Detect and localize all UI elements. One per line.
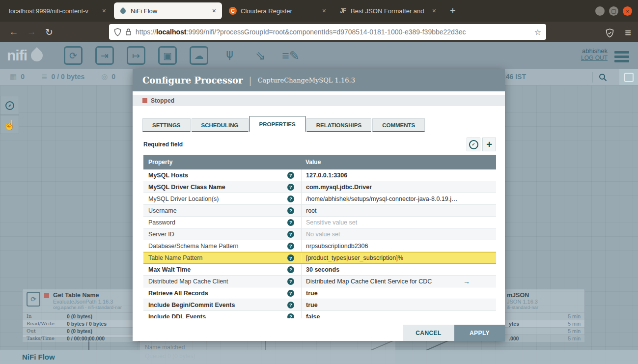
processor-clipped-json[interactable]: mJSON JSON 1.16.3 ifi-standard-nar 5 min… [505,289,585,335]
property-row: Username?root [143,205,496,217]
counter-value: 0 [111,73,115,81]
help-icon[interactable]: ? [287,231,294,238]
tab-close-icon[interactable]: × [431,7,437,15]
processor-stat-row: In0 (0 bytes) [23,312,138,320]
help-icon[interactable]: ? [287,184,294,191]
property-value-cell[interactable]: true [301,287,457,299]
stat-value: ytes [509,321,519,327]
processor-bundle: ifi-standard-nar [507,305,581,310]
back-icon[interactable]: ← [5,27,23,37]
reload-icon[interactable]: ↻ [40,27,58,38]
apply-button[interactable]: APPLY [454,325,505,341]
bookmark-star-icon[interactable]: ☆ [534,28,541,37]
property-name-cell: Include Begin/Commit Events? [143,299,301,310]
help-icon[interactable]: ? [287,243,294,250]
property-value-cell[interactable]: true [301,299,457,310]
row-extra-cell: → [457,276,496,287]
operate-palette-button[interactable]: ☝ [0,115,19,134]
help-icon[interactable]: ? [287,290,294,297]
property-value-cell[interactable]: root [301,205,457,216]
property-value-cell[interactable]: nrpsubscriptiondb2306 [301,240,457,252]
tab-settings[interactable]: SETTINGS [142,118,191,132]
browser-tab-3[interactable]: CCloudera Register× [224,2,332,19]
url-bar[interactable]: https://localhost:9999/nifi/?processGrou… [109,24,546,40]
tab-scheduling[interactable]: SCHEDULING [192,118,249,132]
input-port-icon[interactable]: ⇥ [95,46,114,65]
protections-shield-icon[interactable] [606,28,614,38]
browser-tab-2[interactable]: NiFi Flow× [114,2,222,19]
label-icon[interactable]: ≡✎ [282,46,300,65]
shield-icon[interactable] [114,28,121,36]
help-icon[interactable]: ? [287,302,294,308]
property-name-cell: Distributed Map Cache Client? [143,276,301,287]
property-value-cell[interactable]: Sensitive value set [301,217,457,228]
property-value-cell[interactable]: No value set [301,228,457,240]
help-icon[interactable]: ? [287,266,294,273]
target-icon: ◎ [101,72,108,81]
help-icon[interactable]: ? [287,207,294,214]
property-value-cell[interactable]: 30 seconds [301,264,457,275]
url-text[interactable]: https://localhost:9999/nifi/?processGrou… [136,28,530,36]
tab-properties[interactable]: PROPERTIES [250,116,305,132]
output-port-icon[interactable]: ↦ [127,46,145,65]
remote-process-group-icon[interactable]: ☁ [190,46,208,65]
help-icon[interactable]: ? [287,172,294,179]
help-icon[interactable]: ? [287,219,294,226]
template-icon[interactable]: ⇘ [251,46,269,65]
help-icon[interactable]: ? [287,254,294,261]
browser-tab-1[interactable]: localhost:9999/nifi-content-v× [4,2,112,19]
processor-get-table-name[interactable]: ⟳ Get Table Name EvaluateJsonPath 1.16.3… [22,289,139,337]
tab-close-icon[interactable]: × [211,7,217,15]
processor-icon[interactable]: ⟳ [64,46,83,65]
process-group-icon[interactable]: ▣ [158,46,177,65]
property-name: Table Name Pattern [148,254,287,261]
row-extra-cell [457,193,496,204]
browser-tab-4[interactable]: JFBest JSON Formatter and× [334,2,442,19]
property-name-cell: Username? [143,205,301,216]
help-icon[interactable]: ? [287,196,294,202]
minimize-button[interactable]: – [595,6,605,16]
bulletin-panel-button[interactable] [619,69,638,85]
search-button[interactable] [592,72,612,83]
dialog-title: Configure Processor [142,75,243,85]
new-tab-button[interactable]: + [450,5,456,17]
cancel-button[interactable]: CANCEL [403,325,454,341]
maximize-button[interactable]: ▢ [609,6,618,16]
property-row: MySQL Driver Location(s)?/home/abhishek/… [143,193,496,205]
lock-icon[interactable] [125,28,132,36]
close-window-button[interactable]: × [623,6,632,16]
tab-close-icon[interactable]: × [101,7,107,15]
help-icon[interactable]: ? [287,278,294,285]
property-name-cell: Table Name Pattern? [143,252,301,263]
navigate-palette-button[interactable] [0,96,19,115]
nifi-logo: nifi [7,47,43,64]
tab-close-icon[interactable]: × [321,7,327,15]
cloudera-favicon: C [229,7,237,15]
property-name: Server ID [148,231,287,238]
processor-type-icon: ⟳ [27,292,40,307]
tab-relationships[interactable]: RELATIONSHIPS [306,118,371,132]
property-value-cell[interactable]: 127.0.0.1:3306 [301,169,457,181]
menu-icon[interactable]: ≡ [625,27,631,39]
property-value-cell[interactable]: false [301,311,457,318]
tab-comments[interactable]: COMMENTS [372,118,425,132]
processor-name: Get Table Name [53,292,122,299]
add-property-button[interactable]: + [482,138,496,151]
property-value-cell[interactable]: [product_types|user_subscription]% [301,252,457,263]
forward-icon[interactable]: → [23,27,40,37]
logout-link[interactable]: LOG OUT [581,55,608,61]
row-extra-cell [457,217,496,228]
property-value-cell[interactable]: Distributed Map Cache Client Service for… [301,276,457,287]
global-menu-icon[interactable] [614,49,629,64]
browser-tab-bar: localhost:9999/nifi-content-v×NiFi Flow×… [0,0,638,22]
funnel-icon[interactable]: ⋔ [221,46,239,65]
property-name: Username [148,207,287,214]
breadcrumb[interactable]: NiFi Flow [22,353,55,361]
verify-properties-button[interactable]: ✓ [467,138,480,151]
current-user: abhishek [581,47,608,55]
property-value-cell[interactable]: /home/abhishek/setups/mysql-connector-ja… [301,193,457,204]
property-value-cell[interactable]: com.mysql.jdbc.Driver [301,181,457,193]
help-icon[interactable]: ? [287,313,294,319]
go-to-service-icon[interactable]: → [463,278,470,285]
properties-table: Property Value MySQL Hosts?127.0.0.1:330… [143,155,496,318]
